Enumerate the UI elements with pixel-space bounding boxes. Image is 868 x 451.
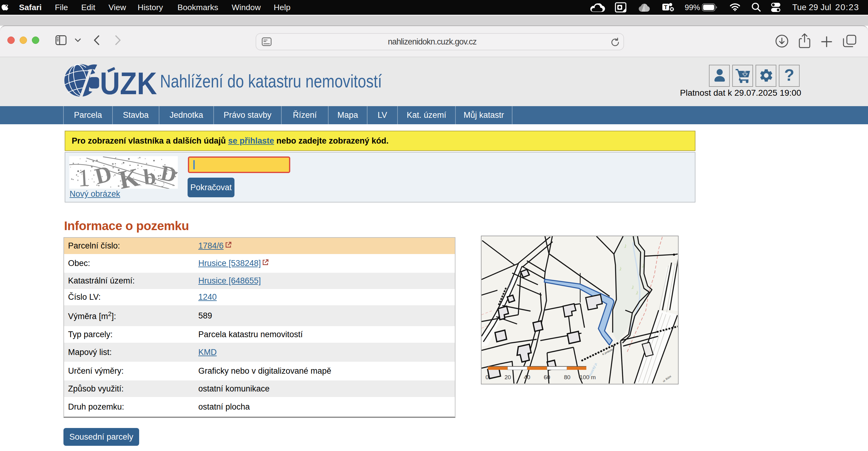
svg-text:0: 0 xyxy=(486,374,489,380)
svg-text:60: 60 xyxy=(544,374,550,380)
svg-text:20: 20 xyxy=(504,374,511,380)
svg-text:?: ? xyxy=(784,68,795,84)
svg-text:T: T xyxy=(664,4,668,10)
svg-text:80: 80 xyxy=(564,374,570,380)
svg-text:100 m: 100 m xyxy=(580,374,596,380)
svg-text:40: 40 xyxy=(524,374,530,380)
svg-text:Nahlížení do katastru nemovito: Nahlížení do katastru nemovitostí xyxy=(160,71,382,91)
svg-text:1: 1 xyxy=(77,164,91,189)
